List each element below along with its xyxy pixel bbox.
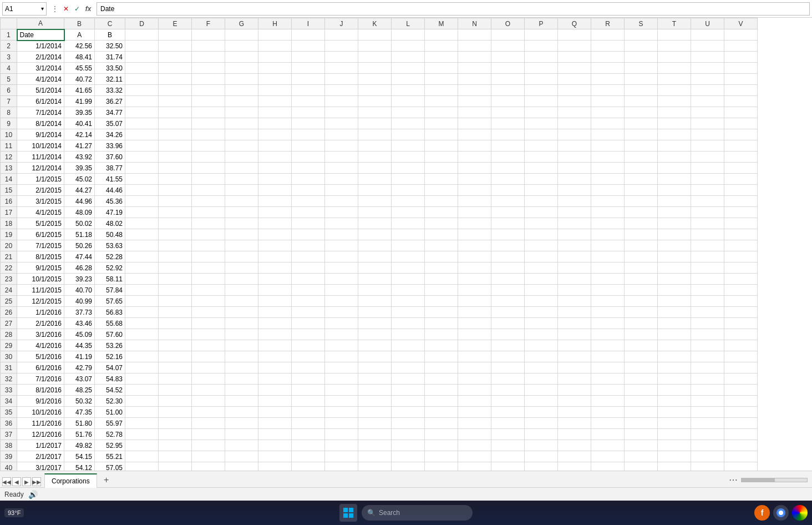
cell-empty-27-14[interactable] bbox=[591, 318, 625, 329]
cell-empty-30-3[interactable] bbox=[225, 351, 258, 362]
cell-empty-29-16[interactable] bbox=[658, 340, 691, 351]
cell-V1[interactable] bbox=[724, 29, 758, 41]
cell-empty-23-17[interactable] bbox=[691, 274, 724, 285]
cell-empty-18-5[interactable] bbox=[292, 218, 325, 229]
cell-empty-3-0[interactable] bbox=[125, 52, 159, 63]
cell-empty-8-2[interactable] bbox=[192, 107, 225, 118]
cell-B17[interactable]: 48.09 bbox=[64, 207, 95, 218]
cell-empty-21-2[interactable] bbox=[192, 251, 225, 262]
cell-empty-6-7[interactable] bbox=[358, 85, 392, 96]
cell-empty-10-5[interactable] bbox=[292, 129, 325, 140]
cell-empty-37-2[interactable] bbox=[192, 429, 225, 440]
cell-empty-22-10[interactable] bbox=[458, 262, 491, 274]
cell-empty-8-13[interactable] bbox=[558, 107, 591, 118]
cell-empty-8-6[interactable] bbox=[325, 107, 358, 118]
cell-P1[interactable] bbox=[525, 29, 558, 41]
cell-empty-17-13[interactable] bbox=[558, 207, 591, 218]
cell-empty-35-9[interactable] bbox=[425, 407, 458, 418]
cell-A27[interactable]: 2/1/2016 bbox=[17, 318, 64, 329]
cell-empty-8-11[interactable] bbox=[491, 107, 525, 118]
cell-empty-29-1[interactable] bbox=[159, 340, 192, 351]
cell-empty-14-2[interactable] bbox=[192, 174, 225, 185]
cell-empty-9-16[interactable] bbox=[658, 118, 691, 129]
cell-empty-20-13[interactable] bbox=[558, 240, 591, 251]
cell-empty-33-2[interactable] bbox=[192, 385, 225, 396]
cell-empty-6-2[interactable] bbox=[192, 85, 225, 96]
cell-A20[interactable]: 7/1/2015 bbox=[17, 240, 64, 251]
cell-empty-23-12[interactable] bbox=[525, 274, 558, 285]
cell-empty-24-10[interactable] bbox=[458, 285, 491, 296]
cell-empty-13-0[interactable] bbox=[125, 163, 159, 174]
cell-A31[interactable]: 6/1/2016 bbox=[17, 362, 64, 373]
cell-C39[interactable]: 55.21 bbox=[95, 451, 125, 462]
cell-empty-3-8[interactable] bbox=[392, 52, 425, 63]
cell-empty-34-11[interactable] bbox=[491, 396, 525, 407]
cell-empty-16-15[interactable] bbox=[625, 196, 658, 207]
cell-empty-18-10[interactable] bbox=[458, 218, 491, 229]
cell-empty-38-17[interactable] bbox=[691, 440, 724, 451]
cell-empty-8-5[interactable] bbox=[292, 107, 325, 118]
cell-empty-40-14[interactable] bbox=[591, 462, 625, 471]
cell-B34[interactable]: 50.32 bbox=[64, 396, 95, 407]
cell-empty-4-15[interactable] bbox=[625, 63, 658, 74]
cell-empty-31-17[interactable] bbox=[691, 362, 724, 373]
cell-B25[interactable]: 40.99 bbox=[64, 296, 95, 307]
cell-empty-22-13[interactable] bbox=[558, 262, 591, 274]
cell-empty-9-11[interactable] bbox=[491, 118, 525, 129]
cell-empty-5-6[interactable] bbox=[325, 74, 358, 85]
cell-empty-38-6[interactable] bbox=[325, 440, 358, 451]
cell-empty-37-9[interactable] bbox=[425, 429, 458, 440]
cell-empty-3-2[interactable] bbox=[192, 52, 225, 63]
cell-A25[interactable]: 12/1/2015 bbox=[17, 296, 64, 307]
cell-empty-31-0[interactable] bbox=[125, 362, 159, 373]
cell-C4[interactable]: 33.50 bbox=[95, 63, 125, 74]
taskbar-search[interactable]: 🔍 Search bbox=[362, 505, 473, 521]
cell-empty-33-13[interactable] bbox=[558, 385, 591, 396]
cell-ref-dropdown-icon[interactable]: ▾ bbox=[41, 6, 44, 12]
cell-empty-30-7[interactable] bbox=[358, 351, 392, 362]
cell-empty-12-11[interactable] bbox=[491, 152, 525, 163]
cell-empty-3-14[interactable] bbox=[591, 52, 625, 63]
cell-A6[interactable]: 5/1/2014 bbox=[17, 85, 64, 96]
cell-empty-25-16[interactable] bbox=[658, 296, 691, 307]
cell-Q1[interactable] bbox=[558, 29, 591, 41]
cell-empty-13-14[interactable] bbox=[591, 163, 625, 174]
formula-input[interactable] bbox=[97, 2, 810, 16]
cell-empty-23-6[interactable] bbox=[325, 274, 358, 285]
cell-empty-19-1[interactable] bbox=[159, 229, 192, 240]
cell-empty-14-8[interactable] bbox=[392, 174, 425, 185]
cell-empty-40-15[interactable] bbox=[625, 462, 658, 471]
cell-empty-36-1[interactable] bbox=[159, 418, 192, 429]
row-header-25[interactable]: 25 bbox=[1, 296, 17, 307]
cell-empty-28-18[interactable] bbox=[724, 329, 758, 340]
cell-empty-20-12[interactable] bbox=[525, 240, 558, 251]
cell-empty-27-8[interactable] bbox=[392, 318, 425, 329]
cell-empty-24-11[interactable] bbox=[491, 285, 525, 296]
cell-empty-39-9[interactable] bbox=[425, 451, 458, 462]
cell-empty-23-9[interactable] bbox=[425, 274, 458, 285]
cell-empty-3-6[interactable] bbox=[325, 52, 358, 63]
cell-empty-9-18[interactable] bbox=[724, 118, 758, 129]
cell-A8[interactable]: 7/1/2014 bbox=[17, 107, 64, 118]
cell-A10[interactable]: 9/1/2014 bbox=[17, 129, 64, 140]
cell-empty-25-8[interactable] bbox=[392, 296, 425, 307]
cell-empty-28-10[interactable] bbox=[458, 329, 491, 340]
row-header-13[interactable]: 13 bbox=[1, 163, 17, 174]
cell-empty-34-7[interactable] bbox=[358, 396, 392, 407]
cell-A19[interactable]: 6/1/2015 bbox=[17, 229, 64, 240]
cell-empty-16-10[interactable] bbox=[458, 196, 491, 207]
cell-empty-13-1[interactable] bbox=[159, 163, 192, 174]
cell-empty-40-17[interactable] bbox=[691, 462, 724, 471]
cell-empty-22-2[interactable] bbox=[192, 262, 225, 274]
cell-A1[interactable]: Date bbox=[17, 29, 64, 41]
cell-empty-36-7[interactable] bbox=[358, 418, 392, 429]
cell-empty-26-13[interactable] bbox=[558, 307, 591, 318]
cell-C10[interactable]: 34.26 bbox=[95, 129, 125, 140]
cell-empty-21-3[interactable] bbox=[225, 251, 258, 262]
cell-C7[interactable]: 36.27 bbox=[95, 96, 125, 107]
cell-empty-30-9[interactable] bbox=[425, 351, 458, 362]
cell-empty-19-17[interactable] bbox=[691, 229, 724, 240]
cell-empty-31-16[interactable] bbox=[658, 362, 691, 373]
cell-empty-23-7[interactable] bbox=[358, 274, 392, 285]
cell-empty-13-16[interactable] bbox=[658, 163, 691, 174]
